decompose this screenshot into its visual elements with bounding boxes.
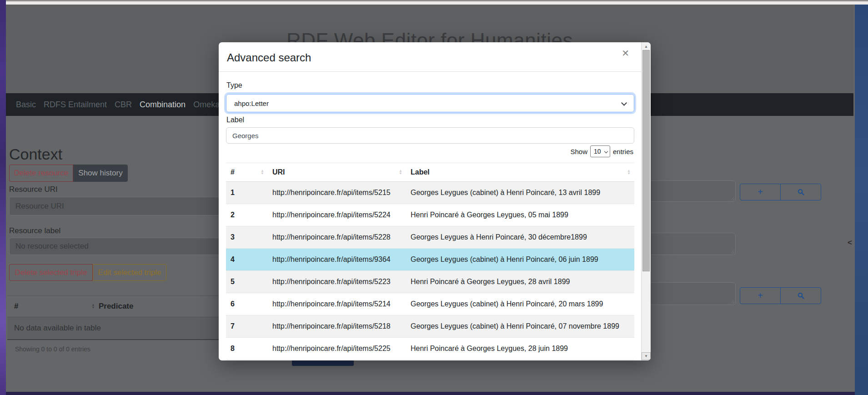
result-row[interactable]: 3 http://henripoincare.fr/api/items/5228… (226, 226, 634, 249)
row-uri: http://henripoincare.fr/api/items/5218 (268, 322, 406, 330)
sort-icon: ▲▼ (261, 170, 264, 175)
row-number: 2 (226, 211, 268, 219)
row-label: Georges Leygues (cabinet) à Henri Poinca… (406, 255, 634, 264)
entries-label: entries (613, 148, 633, 155)
resize-handle-icon[interactable] (730, 196, 734, 200)
row-number: 4 (226, 255, 268, 264)
row-uri: http://henripoincare.fr/api/items/5228 (268, 233, 406, 241)
page-size-select[interactable]: 10 (590, 145, 610, 157)
background-left-strip (0, 0, 6, 395)
row-label: Henri Poincaré à Georges Leygues, 05 mai… (406, 211, 634, 219)
row-number: 7 (226, 322, 268, 330)
nav-tab-rdfs-entailment[interactable]: RDFS Entailment (44, 100, 107, 110)
scrollbar-down-icon[interactable]: ▼ (642, 352, 651, 360)
resize-handle-icon[interactable] (730, 299, 734, 304)
magnifier-icon (798, 189, 804, 195)
page-size-value: 10 (594, 148, 601, 155)
background-bottom-strip (6, 392, 855, 395)
result-row[interactable]: 5 http://henripoincare.fr/api/items/5223… (226, 271, 634, 293)
type-select-value: ahpo:Letter (234, 100, 269, 107)
type-select[interactable]: ahpo:Letter (226, 94, 634, 112)
background-top-strip (6, 0, 868, 5)
row-uri: http://henripoincare.fr/api/items/5223 (268, 278, 406, 286)
num-column-label: # (14, 302, 18, 310)
chevron-down-icon (621, 100, 627, 106)
magnifier-icon (798, 292, 804, 299)
background-right-strip (855, 5, 868, 395)
label-label: Label (226, 116, 244, 124)
resource-uri-label: Resource URI (9, 185, 58, 194)
row-uri: http://henripoincare.fr/api/items/9364 (268, 255, 406, 264)
entries-summary: Showing 0 to 0 of 0 entries (15, 345, 90, 353)
type-label: Type (226, 81, 242, 90)
row-uri: http://henripoincare.fr/api/items/5224 (268, 211, 406, 219)
row-label: Georges Leygues (cabinet) à Henri Poinca… (406, 300, 634, 308)
page-size-control: Show 10 entries (570, 145, 633, 158)
result-row[interactable]: 2 http://henripoincare.fr/api/items/5224… (226, 204, 634, 226)
row-uri: http://henripoincare.fr/api/items/5225 (268, 345, 406, 353)
sort-icon: ▲▼ (91, 304, 95, 309)
row-label: Georges Leygues (cabinet) à Henri Poinca… (406, 189, 634, 197)
result-row[interactable]: 6 http://henripoincare.fr/api/items/5214… (226, 293, 634, 315)
row-label: Henri Poincaré à Georges Leygues, 28 jui… (406, 345, 634, 353)
uri-column-label: URI (272, 168, 285, 176)
scrollbar-up-icon[interactable]: ▲ (642, 43, 651, 50)
nav-tab-cbr[interactable]: CBR (115, 100, 132, 110)
close-icon[interactable]: ✕ (622, 48, 629, 59)
edit-selected-triple-button[interactable]: Edit selected triple (93, 264, 166, 281)
nav-tab-basic[interactable]: Basic (16, 100, 36, 110)
add-button[interactable]: + (740, 287, 781, 304)
row-uri: http://henripoincare.fr/api/items/5214 (268, 300, 406, 308)
num-column-label: # (231, 168, 235, 176)
row-number: 5 (226, 278, 268, 286)
context-heading: Context (9, 145, 62, 163)
num-column-header[interactable]: # (7, 302, 91, 311)
show-history-button[interactable]: Show history (73, 165, 128, 182)
num-column-header[interactable]: # ▲▼ (226, 163, 268, 181)
delete-selected-triple-button[interactable]: Delete selected triple (9, 264, 93, 281)
result-row[interactable]: 1 http://henripoincare.fr/api/items/5215… (226, 182, 634, 204)
results-table-body: 1 http://henripoincare.fr/api/items/5215… (226, 182, 634, 360)
delete-resource-button[interactable]: Delete resource (9, 165, 73, 182)
uri-column-header[interactable]: URI ▲▼ (268, 163, 406, 181)
modal-scrollbar[interactable]: ▲ ▼ (641, 42, 651, 360)
sort-icon: ▲▼ (399, 170, 402, 175)
collapse-panel-arrow[interactable]: < (848, 238, 852, 247)
modal-header-divider (219, 71, 641, 72)
modal-title: Advanced search (227, 51, 311, 64)
row-number: 8 (226, 345, 268, 353)
advanced-search-modal: Advanced search ✕ Type ahpo:Letter Label… (219, 42, 651, 360)
result-row[interactable]: 7 http://henripoincare.fr/api/items/5218… (226, 315, 634, 338)
chevron-down-icon (604, 150, 608, 153)
label-column-label: Label (411, 168, 430, 176)
search-button[interactable] (780, 287, 821, 304)
sort-icon: ▲▼ (627, 170, 631, 175)
row-label: Henri Poincaré à Georges Leygues, 28 avr… (406, 278, 634, 286)
scrollbar-thumb[interactable] (642, 50, 650, 271)
label-input[interactable] (226, 127, 634, 144)
show-label: Show (570, 148, 587, 155)
row-uri: http://henripoincare.fr/api/items/5215 (268, 189, 406, 197)
row-number: 1 (226, 189, 268, 197)
resize-handle-icon[interactable] (730, 249, 734, 254)
nav-tab-combination[interactable]: Combination (140, 100, 186, 110)
results-table: # ▲▼ URI ▲▼ Label ▲▼ 1 http://henripoinc… (226, 163, 634, 360)
result-row[interactable]: 4 http://henripoincare.fr/api/items/9364… (226, 249, 634, 271)
row-label: Georges Leygues (cabinet) à Henri Poinca… (406, 322, 634, 330)
label-column-header[interactable]: Label ▲▼ (406, 163, 634, 181)
result-row[interactable]: 8 http://henripoincare.fr/api/items/5225… (226, 338, 634, 360)
row-label: Georges Leygues à Henri Poincaré, 30 déc… (406, 233, 634, 241)
row-number: 6 (226, 300, 268, 308)
add-button[interactable]: + (740, 184, 781, 200)
results-table-header: # ▲▼ URI ▲▼ Label ▲▼ (226, 163, 634, 182)
resource-label-label: Resource label (9, 226, 60, 235)
predicate-column-header[interactable]: Predicate (95, 302, 134, 311)
search-button[interactable] (780, 184, 821, 200)
row-number: 3 (226, 233, 268, 241)
